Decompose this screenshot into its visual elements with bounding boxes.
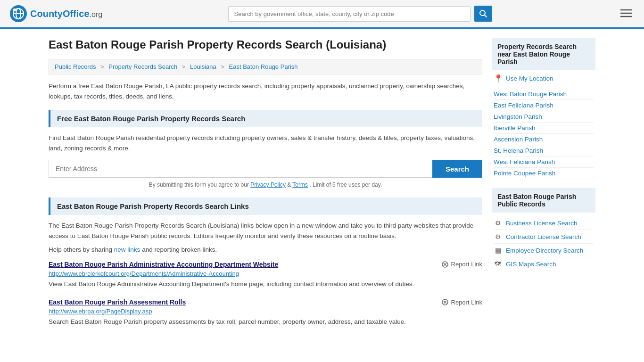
links-section-header: East Baton Rouge Parish Property Records… (49, 197, 482, 215)
header-search-button[interactable] (474, 6, 492, 22)
employee-directory-search-link[interactable]: ▤ Employee Directory Search (494, 244, 594, 257)
breadcrumb-property-records-search[interactable]: Property Records Search (108, 63, 177, 70)
link-item-0-url[interactable]: http://www.ebrclerkofcourt.org/Departmen… (49, 270, 482, 277)
link-item-0-anchor[interactable]: East Baton Rouge Parish Administrative A… (49, 261, 278, 268)
link-item-0-desc: View East Baton Rouge Administrative Acc… (49, 279, 482, 289)
links-section: East Baton Rouge Parish Property Records… (49, 197, 482, 327)
map-icon: 🗺 (494, 260, 502, 268)
breadcrumb-sep-2: > (182, 63, 186, 70)
main-content: East Baton Rouge Parish Property Records… (49, 38, 482, 337)
page-container: East Baton Rouge Parish Property Records… (39, 29, 605, 346)
report-icon-0 (441, 261, 449, 268)
link-item-0-header: East Baton Rouge Parish Administrative A… (49, 261, 482, 268)
header-search-area (228, 6, 492, 22)
logo-text: CountyOffice.org (30, 8, 102, 19)
link-item-1-title: East Baton Rouge Parish Assessment Rolls (49, 298, 186, 306)
public-records-box-content: ⚙ Business License Search ⚙ Contractor L… (492, 216, 595, 271)
sidebar-link-pointe-coupee[interactable]: Pointe Coupee Parish (494, 168, 594, 179)
sidebar-link-west-baton-rouge[interactable]: West Baton Rouge Parish (494, 89, 594, 100)
breadcrumb-east-baton-rouge[interactable]: East Baton Rouge Parish (229, 63, 298, 70)
business-license-search-link[interactable]: ⚙ Business License Search (494, 216, 594, 230)
list-icon: ▤ (494, 247, 502, 254)
link-item-1-anchor[interactable]: East Baton Rouge Parish Assessment Rolls (49, 298, 186, 306)
main-description: Perform a free East Baton Rouge Parish, … (49, 81, 482, 101)
report-link-button-0[interactable]: Report Link (441, 261, 482, 268)
nearby-box-content: 📍 Use My Location West Baton Rouge Paris… (492, 74, 595, 179)
use-my-location-button[interactable]: 📍 Use My Location (494, 74, 553, 83)
link-item-1-header: East Baton Rouge Parish Assessment Rolls… (49, 298, 482, 306)
share-links-text: Help others by sharing new links and rep… (49, 246, 482, 253)
site-header: CountyOffice.org (0, 0, 644, 29)
link-item-0: East Baton Rouge Parish Administrative A… (49, 261, 482, 289)
sidebar-link-iberville[interactable]: Iberville Parish (494, 123, 594, 134)
hamburger-icon (619, 8, 633, 18)
form-disclaimer: By submitting this form you agree to our… (49, 181, 482, 188)
sidebar-link-st-helena[interactable]: St. Helena Parish (494, 145, 594, 156)
link-item-1: East Baton Rouge Parish Assessment Rolls… (49, 298, 482, 327)
report-link-button-1[interactable]: Report Link (441, 298, 482, 306)
svg-line-6 (484, 15, 487, 17)
breadcrumb-public-records[interactable]: Public Records (55, 63, 96, 70)
nearby-box-header: Property Records Search near East Baton … (492, 38, 595, 70)
sidebar: Property Records Search near East Baton … (492, 38, 595, 337)
sidebar-link-ascension[interactable]: Ascension Parish (494, 134, 594, 145)
logo[interactable]: CountyOffice.org (9, 5, 102, 23)
nearby-box: Property Records Search near East Baton … (492, 38, 595, 179)
sidebar-link-livingston[interactable]: Livingston Parish (494, 111, 594, 123)
link-item-1-desc: Search East Baton Rouge Parish property … (49, 317, 482, 327)
public-records-box-header: East Baton Rouge Parish Public Records (492, 188, 595, 213)
link-item-1-url[interactable]: http://www.ebrpa.org/PageDisplay.asp (49, 308, 482, 315)
privacy-policy-link[interactable]: Privacy Policy (250, 181, 286, 188)
logo-icon (9, 5, 27, 23)
hamburger-menu-button[interactable] (618, 6, 635, 22)
search-button[interactable]: Search (432, 160, 482, 178)
page-title: East Baton Rouge Parish Property Records… (49, 38, 482, 51)
location-pin-icon: 📍 (494, 74, 503, 83)
contractor-license-search-link[interactable]: ⚙ Contractor License Search (494, 230, 594, 244)
sidebar-link-west-feliciana[interactable]: West Feliciana Parish (494, 156, 594, 168)
sidebar-link-east-feliciana[interactable]: East Feliciana Parish (494, 100, 594, 111)
free-search-description: Find East Baton Rouge Parish residential… (49, 133, 482, 153)
link-item-0-title: East Baton Rouge Parish Administrative A… (49, 261, 278, 268)
breadcrumb-sep-3: > (221, 63, 224, 70)
svg-point-4 (13, 8, 16, 11)
free-search-section: Free East Baton Rouge Parish Property Re… (49, 110, 482, 188)
terms-link[interactable]: Terms (292, 181, 308, 188)
gear-icon-0: ⚙ (494, 219, 502, 227)
breadcrumb-louisiana[interactable]: Louisiana (190, 63, 216, 70)
public-records-box: East Baton Rouge Parish Public Records ⚙… (492, 188, 595, 271)
breadcrumb: Public Records > Property Records Search… (49, 59, 482, 74)
search-icon (479, 9, 487, 18)
header-search-input[interactable] (228, 6, 471, 22)
breadcrumb-sep-1: > (100, 63, 104, 70)
address-input[interactable] (49, 160, 432, 178)
new-links-link[interactable]: new links (114, 246, 140, 253)
free-search-header: Free East Baton Rouge Parish Property Re… (49, 110, 482, 127)
gis-maps-search-link[interactable]: 🗺 GIS Maps Search (494, 257, 594, 271)
gear-icon-1: ⚙ (494, 233, 502, 240)
links-description: The East Baton Rouge Parish Property Rec… (49, 221, 482, 241)
address-search-form: Search (49, 160, 482, 178)
report-icon-1 (441, 298, 449, 306)
